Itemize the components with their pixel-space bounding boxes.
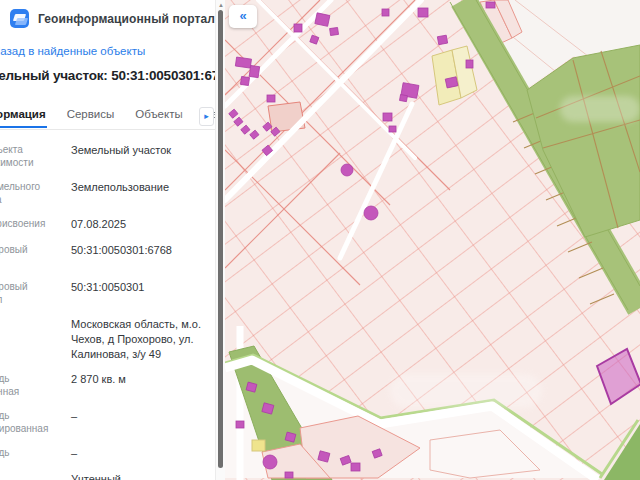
double-chevron-left-icon: « — [239, 8, 246, 23]
tab-bar: Информация Сервисы Объекты Части ЗУ Сост… — [0, 105, 215, 130]
field-label: Дата присвоения — [0, 217, 58, 230]
page-title: Земельный участок: 50:31:0050301:6768 — [0, 68, 215, 83]
chevron-right-icon: ▸ — [204, 111, 209, 121]
scrollbar-thumb[interactable] — [218, 10, 223, 468]
info-panel: Геоинформационный портал Назад в найденн… — [0, 0, 215, 480]
field-value: – — [71, 409, 211, 424]
field-value: 50:31:0050301 — [71, 280, 211, 295]
yellow-parcel-small — [252, 440, 265, 451]
panel-scrollbar[interactable]: ▲ — [215, 0, 225, 480]
field-label: Площадь — [0, 446, 58, 459]
field-value: 07.08.2025 — [71, 217, 211, 232]
back-to-results-link[interactable]: Назад в найденные объекты — [0, 45, 215, 57]
field-value: Землепользование — [71, 180, 211, 195]
field-value: Учтенный — [71, 472, 211, 480]
field-label: Статус — [0, 472, 58, 480]
field-label: Тип объекта недвижимости — [0, 143, 58, 169]
attribute-list: Тип объекта недвижимости Земельный участ… — [0, 143, 215, 480]
field-label: Адрес — [0, 317, 58, 330]
field-label: Вид земельного участка — [0, 180, 58, 206]
app-header: Геоинформационный портал — [0, 0, 215, 28]
field-label: Площадь уточненная — [0, 372, 58, 398]
field-value: – — [71, 446, 211, 461]
field-value: Московская область, м.о. Чехов, д Прохор… — [71, 317, 211, 362]
tabs-scroll-right-button[interactable]: ▸ — [199, 107, 214, 126]
field-label: Кадастровый квартал — [0, 280, 58, 306]
tab-information[interactable]: Информация — [0, 105, 47, 128]
collapse-panel-button[interactable]: « — [229, 5, 257, 28]
field-label: Кадастровый номер — [0, 243, 58, 269]
field-label: Площадь декларированная — [0, 409, 58, 435]
field-value: 50:31:0050301:6768 — [71, 243, 211, 258]
scrollbar-up-arrow-icon[interactable]: ▲ — [217, 1, 225, 9]
field-value: Земельный участок — [71, 143, 211, 158]
cadastral-map[interactable] — [225, 0, 640, 480]
tab-services[interactable]: Сервисы — [66, 105, 116, 126]
field-value: 2 870 кв. м — [71, 372, 211, 387]
tab-objects[interactable]: Объекты — [134, 105, 183, 126]
app-title: Геоинформационный портал — [38, 12, 215, 26]
map-layers-icon — [10, 9, 29, 28]
